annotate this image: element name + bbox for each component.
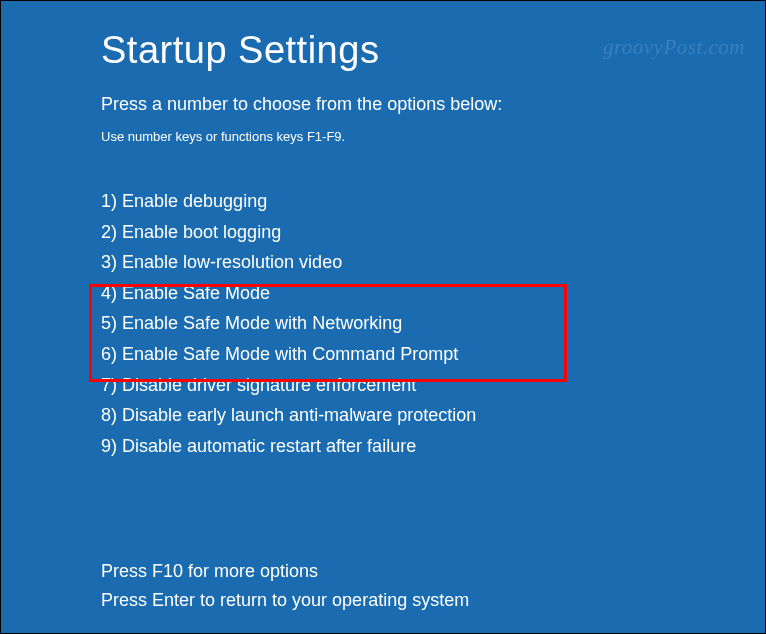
option-item[interactable]: 8) Disable early launch anti-malware pro… [101,400,665,431]
option-item[interactable]: 3) Enable low-resolution video [101,247,665,278]
option-item[interactable]: 6) Enable Safe Mode with Command Prompt [101,339,665,370]
watermark-text: groovyPost.com [603,35,745,60]
instruction-hint: Use number keys or functions keys F1-F9. [101,129,665,144]
startup-settings-screen: Startup Settings Press a number to choos… [1,1,765,634]
footer-return: Press Enter to return to your operating … [101,586,665,615]
page-title: Startup Settings [101,29,665,72]
instruction-subtitle: Press a number to choose from the option… [101,94,665,115]
options-list: 1) Enable debugging 2) Enable boot loggi… [101,186,665,461]
option-item[interactable]: 2) Enable boot logging [101,217,665,248]
option-item[interactable]: 4) Enable Safe Mode [101,278,665,309]
option-item[interactable]: 9) Disable automatic restart after failu… [101,431,665,462]
option-item[interactable]: 1) Enable debugging [101,186,665,217]
option-item[interactable]: 5) Enable Safe Mode with Networking [101,308,665,339]
option-item[interactable]: 7) Disable driver signature enforcement [101,370,665,401]
footer-more-options: Press F10 for more options [101,557,665,586]
